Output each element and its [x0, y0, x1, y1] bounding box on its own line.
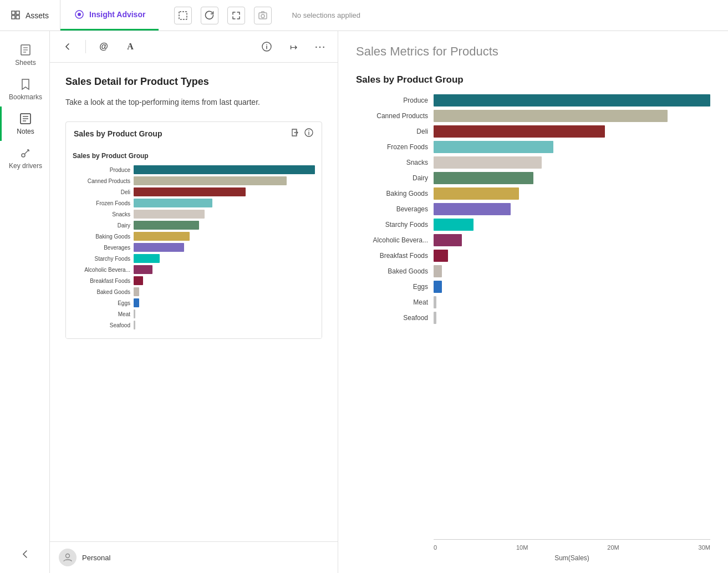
assets-label: Assets — [26, 11, 49, 20]
bookmarks-icon — [19, 78, 32, 91]
chart-info-icon[interactable] — [304, 128, 314, 140]
small-bar-fill — [134, 243, 184, 252]
back-button[interactable] — [59, 38, 77, 55]
last-page-button[interactable]: ↦ — [284, 38, 302, 55]
sidebar-item-key-drivers[interactable]: Key drivers — [0, 141, 49, 175]
svg-rect-2 — [12, 16, 15, 19]
large-bar-label: Baked Goods — [356, 267, 434, 275]
chart-inner-title: Sales by Product Group — [73, 152, 315, 160]
sheets-icon — [19, 43, 32, 57]
small-bar-label: Snacks — [73, 211, 134, 217]
x-axis-label: 0 — [434, 544, 437, 551]
info-icon — [261, 41, 272, 52]
small-bar-fill — [134, 321, 135, 329]
large-bar-track — [434, 234, 710, 246]
info-button[interactable] — [258, 38, 276, 55]
insight-advisor-tab[interactable]: Insight Advisor — [60, 0, 159, 31]
large-bar-track — [434, 172, 710, 184]
sidebar-item-notes[interactable]: Notes — [0, 107, 49, 141]
toolbar-divider — [85, 40, 86, 53]
collapse-icon — [19, 549, 30, 560]
small-bar-track — [134, 310, 315, 318]
small-bar-label: Beverages — [73, 245, 134, 251]
key-drivers-label: Key drivers — [9, 162, 42, 170]
x-axis-label: 20M — [607, 544, 619, 551]
small-bar-track — [134, 210, 315, 219]
export-icon[interactable] — [289, 128, 299, 140]
sidebar-item-sheets[interactable]: Sheets — [0, 38, 49, 72]
bookmarks-label: Bookmarks — [9, 93, 42, 101]
large-bar-fill — [434, 187, 519, 200]
sidebar-item-bookmarks[interactable]: Bookmarks — [0, 72, 49, 107]
main-content: Sheets Bookmarks Notes Key dr — [0, 31, 728, 573]
small-bar-label: Frozen Foods — [73, 200, 134, 206]
small-bar-row: Eggs — [73, 298, 315, 307]
large-bar-fill — [434, 250, 448, 262]
small-bar-track — [134, 199, 315, 207]
small-bar-label: Seafood — [73, 322, 134, 328]
large-bar-fill — [434, 265, 442, 277]
large-bar-track — [434, 94, 710, 107]
assets-tab[interactable]: Assets — [0, 0, 60, 31]
large-bar-label: Deli — [356, 128, 434, 135]
small-bar-fill — [134, 232, 190, 241]
large-bar-track — [434, 219, 710, 231]
large-bar-track — [434, 296, 710, 308]
small-bar-track — [134, 265, 315, 274]
notes-icon — [19, 112, 32, 125]
large-bar-fill — [434, 296, 436, 308]
notes-title: Sales Detail for Product Types — [65, 76, 322, 88]
toolbar-actions — [163, 7, 283, 24]
large-bar-fill — [434, 312, 436, 324]
expand-icon-btn[interactable] — [227, 7, 245, 24]
large-bar-label: Beverages — [356, 205, 434, 213]
large-bar-track — [434, 125, 710, 138]
refresh-icon-btn[interactable] — [201, 7, 218, 24]
small-bar-row: Deli — [73, 187, 315, 196]
svg-point-23 — [266, 44, 267, 45]
small-bar-row: Snacks — [73, 210, 315, 219]
large-bar-row: Dairy — [356, 172, 710, 184]
avatar — [59, 549, 77, 566]
notes-panel: @ A ↦ ⋯ Sales Detail for Product Types T… — [50, 31, 338, 573]
small-bar-label: Baking Goods — [73, 234, 134, 240]
large-bar-fill — [434, 141, 553, 153]
small-bar-fill — [134, 187, 246, 196]
small-bar-fill — [134, 176, 287, 185]
small-bar-row: Seafood — [73, 321, 315, 329]
large-bar-label: Eggs — [356, 283, 434, 291]
small-bar-row: Frozen Foods — [73, 199, 315, 207]
x-axis-title: Sum(Sales) — [356, 554, 710, 562]
large-bar-fill — [434, 125, 605, 138]
large-bar-row: Beverages — [356, 203, 710, 215]
more-button[interactable]: ⋯ — [311, 38, 329, 55]
snapshot-icon-btn[interactable] — [254, 7, 272, 24]
format-button[interactable]: A — [121, 38, 139, 55]
chart-panel: Sales Metrics for Products Sales by Prod… — [338, 31, 728, 573]
small-bar-track — [134, 165, 315, 174]
no-selections-label: No selections applied — [292, 11, 360, 19]
collapse-button[interactable] — [15, 544, 35, 564]
x-axis: 010M20M30M — [356, 544, 710, 551]
at-button[interactable]: @ — [95, 38, 113, 55]
large-bar-track — [434, 250, 710, 262]
small-bar-track — [134, 176, 315, 185]
search-icon-btn[interactable] — [174, 7, 192, 24]
top-bar: Assets Insight Advisor — [0, 0, 728, 31]
notes-label: Notes — [17, 128, 34, 135]
x-axis-label: 30M — [699, 544, 710, 551]
large-bar-row: Seafood — [356, 312, 710, 324]
small-bar-track — [134, 254, 315, 263]
large-bar-track — [434, 110, 710, 122]
small-bar-fill — [134, 254, 160, 263]
small-bar-row: Alcoholic Bevera... — [73, 265, 315, 274]
small-bar-fill — [134, 298, 139, 307]
large-bar-track — [434, 265, 710, 277]
svg-line-18 — [25, 150, 29, 154]
chart-card-header: Sales by Product Group — [66, 122, 322, 145]
small-bar-track — [134, 221, 315, 230]
svg-point-17 — [22, 154, 25, 157]
large-bar-row: Starchy Foods — [356, 219, 710, 231]
notes-content[interactable]: Sales Detail for Product Types Take a lo… — [50, 63, 338, 541]
large-bar-row: Snacks — [356, 156, 710, 169]
